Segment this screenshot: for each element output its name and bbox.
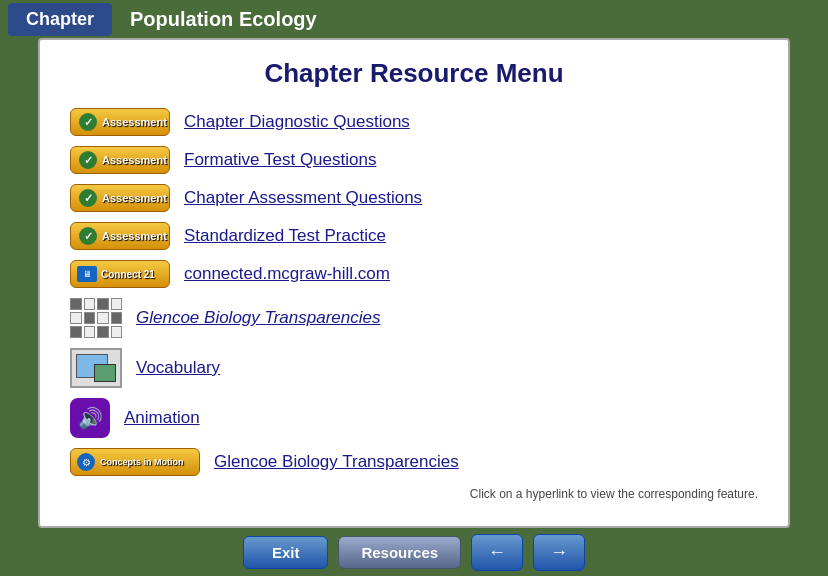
list-item: 🔊 Animation bbox=[70, 395, 758, 441]
assessment-badge-label: Assessment bbox=[102, 192, 167, 204]
animation-link[interactable]: Glencoe Biology Transparencies bbox=[214, 452, 459, 472]
bottom-bar: Exit Resources ← → bbox=[0, 528, 828, 576]
connect-badge-label: Connect 21 bbox=[101, 269, 155, 280]
speaker-icon: 🔊 bbox=[78, 406, 103, 430]
hint-text: Click on a hyperlink to view the corresp… bbox=[70, 487, 758, 501]
arrow-left-button[interactable]: ← bbox=[471, 534, 523, 571]
list-item: 🖥 Connect 21 connected.mcgraw-hill.com bbox=[70, 257, 758, 291]
list-item: ⚙ Concepts in Motion Glencoe Biology Tra… bbox=[70, 445, 758, 479]
check-circle-icon: ✓ bbox=[79, 151, 97, 169]
check-circle-icon: ✓ bbox=[79, 113, 97, 131]
list-item: ✓ Assessment Standardized Test Practice bbox=[70, 219, 758, 253]
arrow-right-button[interactable]: → bbox=[533, 534, 585, 571]
diagnostic-questions-link[interactable]: Chapter Diagnostic Questions bbox=[184, 112, 410, 132]
grid-icon bbox=[70, 298, 122, 338]
check-circle-icon: ✓ bbox=[79, 227, 97, 245]
exit-button[interactable]: Exit bbox=[243, 536, 329, 569]
list-item: ✓ Assessment Formative Test Questions bbox=[70, 143, 758, 177]
image-bank-icon bbox=[70, 348, 122, 388]
gear-circle-icon: ⚙ bbox=[77, 453, 95, 471]
standardized-test-link[interactable]: Standardized Test Practice bbox=[184, 226, 386, 246]
connect-icon: 🖥 Connect 21 bbox=[70, 260, 170, 288]
concepts-badge-label: Concepts in Motion bbox=[100, 457, 184, 467]
chapter-badge: Chapter bbox=[8, 3, 112, 36]
assessment-icon: ✓ Assessment bbox=[70, 108, 170, 136]
assessment-badge-label: Assessment bbox=[102, 230, 167, 242]
assessment-icon: ✓ Assessment bbox=[70, 184, 170, 212]
assessment-icon: ✓ Assessment bbox=[70, 222, 170, 250]
vocab-icon: 🔊 bbox=[70, 398, 110, 438]
assessment-badge-label: Assessment bbox=[102, 154, 167, 166]
vocabulary-link[interactable]: Animation bbox=[124, 408, 200, 428]
main-content-area: Chapter Resource Menu ✓ Assessment Chapt… bbox=[38, 38, 790, 528]
connected-link[interactable]: connected.mcgraw-hill.com bbox=[184, 264, 390, 284]
check-circle-icon: ✓ bbox=[79, 189, 97, 207]
concepts-icon: ⚙ Concepts in Motion bbox=[70, 448, 200, 476]
menu-title: Chapter Resource Menu bbox=[264, 58, 563, 89]
image-bank-link[interactable]: Vocabulary bbox=[136, 358, 220, 378]
monitor-icon: 🖥 bbox=[77, 266, 97, 282]
chapter-assessment-link[interactable]: Chapter Assessment Questions bbox=[184, 188, 422, 208]
transparencies-link[interactable]: Glencoe Biology Transparencies bbox=[136, 308, 380, 328]
resources-button[interactable]: Resources bbox=[338, 536, 461, 569]
assessment-badge-label: Assessment bbox=[102, 116, 167, 128]
header-title: Population Ecology bbox=[130, 8, 317, 31]
list-item: ✓ Assessment Chapter Assessment Question… bbox=[70, 181, 758, 215]
assessment-icon: ✓ Assessment bbox=[70, 146, 170, 174]
menu-list: ✓ Assessment Chapter Diagnostic Question… bbox=[70, 105, 758, 479]
list-item: Vocabulary bbox=[70, 345, 758, 391]
list-item: Glencoe Biology Transparencies bbox=[70, 295, 758, 341]
header-bar: Chapter Population Ecology bbox=[0, 0, 828, 38]
list-item: ✓ Assessment Chapter Diagnostic Question… bbox=[70, 105, 758, 139]
formative-questions-link[interactable]: Formative Test Questions bbox=[184, 150, 376, 170]
